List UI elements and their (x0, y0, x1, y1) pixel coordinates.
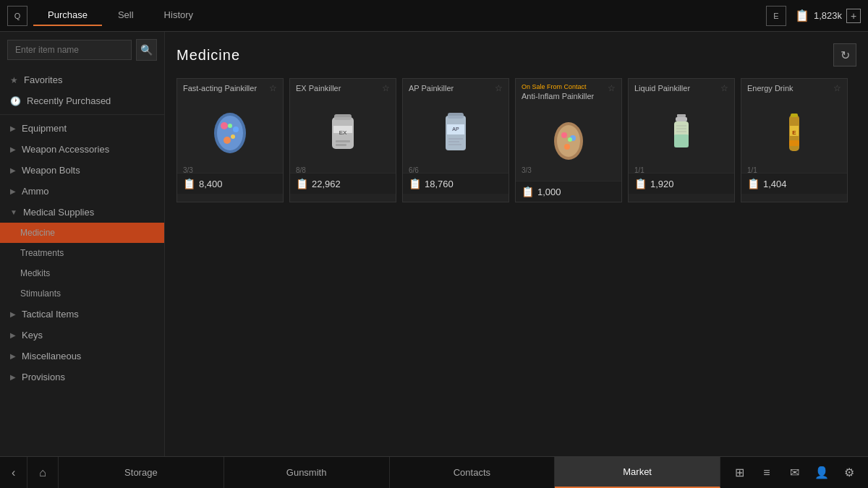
sidebar-item-weapon-bolts[interactable]: ▶ Weapon Bolts (0, 160, 164, 181)
star-icon: ★ (10, 75, 18, 85)
sidebar-item-stimulants[interactable]: Stimulants (0, 283, 164, 304)
item-stock-3: 3/3 (522, 166, 532, 174)
sidebar-item-provisions[interactable]: ▶ Provisions (0, 367, 164, 388)
tab-history[interactable]: History (150, 5, 208, 26)
svg-rect-37 (789, 140, 799, 146)
item-image-4 (629, 93, 734, 173)
item-card-header-4: Liquid Painkiller ☆ (629, 79, 734, 93)
item-price-3: 📋 1,000 (516, 181, 621, 202)
arrow-icon-misc: ▶ (10, 352, 16, 360)
sidebar-item-weapon-accessories[interactable]: ▶ Weapon Accessories (0, 139, 164, 160)
top-bar: Q Purchase Sell History E 📋 1,823k + (0, 0, 868, 32)
sidebar-item-equipment[interactable]: ▶ Equipment (0, 118, 164, 139)
svg-point-6 (228, 124, 232, 128)
arrow-icon-weapon-bolts: ▶ (10, 166, 16, 174)
item-card-energy-drink[interactable]: Energy Drink ☆ E 1/1 📋 1,404 (741, 78, 848, 202)
svg-rect-27 (676, 117, 687, 121)
settings-icon: ⚙ (844, 466, 854, 479)
sidebar-item-keys[interactable]: ▶ Keys (0, 325, 164, 346)
sidebar-item-favorites[interactable]: ★ Favorites (0, 69, 164, 90)
item-card-fast-acting-painkiller[interactable]: Fast-acting Painkiller ☆ 3/3 (176, 78, 284, 202)
price-value-0: 8,400 (199, 179, 223, 189)
sidebar-label-medkits: Medkits (20, 268, 50, 278)
item-star-4[interactable]: ☆ (720, 83, 728, 93)
item-stock-5: 1/1 (747, 166, 757, 174)
svg-point-25 (568, 137, 572, 142)
arrow-icon-provisions: ▶ (10, 373, 16, 381)
item-star-5[interactable]: ☆ (833, 83, 841, 93)
svg-rect-34 (791, 114, 798, 117)
sidebar-label-keys: Keys (22, 330, 43, 341)
grid-view-button[interactable]: ⊞ (726, 460, 752, 486)
tab-gunsmith[interactable]: Gunsmith (224, 457, 390, 488)
list-view-button[interactable]: ≡ (754, 460, 780, 486)
item-card-liquid-painkiller[interactable]: Liquid Painkiller ☆ 1/1 (628, 78, 735, 202)
person-icon: 👤 (814, 466, 829, 479)
search-input[interactable] (7, 40, 132, 60)
settings-button[interactable]: ⚙ (836, 460, 862, 486)
sidebar-item-ammo[interactable]: ▶ Ammo (0, 181, 164, 202)
item-card-header-1: EX Painkiller ☆ (290, 79, 396, 93)
sidebar-item-tactical-items[interactable]: ▶ Tactical Items (0, 304, 164, 325)
svg-rect-8 (334, 114, 352, 120)
item-card-anti-inflam[interactable]: On Sale From Contact Anti-Inflam Painkil… (515, 78, 622, 202)
tab-storage[interactable]: Storage (59, 457, 224, 488)
item-name-0: Fast-acting Painkiller (183, 83, 269, 93)
add-currency-button[interactable]: + (846, 9, 861, 23)
back-button[interactable]: ‹ (0, 457, 27, 488)
sidebar-label-recently-purchased: Recently Purchased (27, 95, 111, 106)
tab-purchase[interactable]: Purchase (33, 5, 102, 26)
item-price-5: 📋 1,404 (741, 173, 847, 194)
item-star-1[interactable]: ☆ (382, 83, 390, 93)
list-icon: ≡ (763, 466, 770, 479)
item-stock-0: 3/3 (183, 166, 193, 174)
item-stock-2: 6/6 (409, 166, 419, 174)
item-star-3[interactable]: ☆ (608, 83, 616, 93)
item-star-0[interactable]: ☆ (269, 83, 277, 93)
search-bar: 🔍 (7, 39, 157, 61)
price-value-2: 18,760 (425, 179, 454, 189)
search-button[interactable]: 🔍 (136, 39, 157, 61)
sidebar-item-medkits[interactable]: Medkits (0, 263, 164, 283)
svg-point-5 (231, 134, 235, 139)
bottom-bar: ‹ ⌂ Storage Gunsmith Contacts Market ⊞ ≡… (0, 456, 868, 488)
tab-contacts[interactable]: Contacts (390, 457, 556, 488)
item-name-5: Energy Drink (747, 83, 833, 93)
svg-text:E: E (792, 129, 796, 136)
svg-rect-14 (448, 113, 464, 119)
sidebar: 🔍 ★ Favorites 🕐 Recently Purchased ▶ Equ… (0, 32, 165, 456)
currency-display: 📋 1,823k + (795, 9, 861, 23)
svg-point-24 (564, 144, 570, 150)
refresh-button[interactable]: ↻ (833, 43, 856, 67)
sidebar-item-treatments[interactable]: Treatments (0, 243, 164, 263)
mail-button[interactable]: ✉ (781, 460, 807, 486)
item-name-4: Liquid Painkiller (634, 83, 720, 93)
sidebar-item-medicine[interactable]: Medicine (0, 223, 164, 243)
sidebar-label-stimulants: Stimulants (20, 288, 61, 299)
item-star-2[interactable]: ☆ (495, 83, 503, 93)
item-card-header-2: AP Painkiller ☆ (403, 79, 509, 93)
back-icon: ‹ (12, 466, 15, 479)
item-card-ap-painkiller[interactable]: AP Painkiller ☆ AP 6/6 � (402, 78, 509, 202)
sidebar-divider-1 (0, 114, 164, 115)
tab-market[interactable]: Market (555, 457, 720, 488)
profile-button[interactable]: 👤 (809, 460, 835, 486)
arrow-icon-weapon-accessories: ▶ (10, 145, 16, 153)
item-price-1: 📋 22,962 (290, 173, 396, 194)
sidebar-label-miscellaneous: Miscellaneous (22, 351, 81, 361)
svg-point-1 (217, 116, 243, 150)
item-card-ex-painkiller[interactable]: EX Painkiller ☆ EX 8/8 📋 2 (289, 78, 396, 202)
tab-sell[interactable]: Sell (103, 5, 148, 26)
sidebar-item-recently-purchased[interactable]: 🕐 Recently Purchased (0, 90, 164, 111)
price-icon-2: 📋 (409, 178, 421, 189)
refresh-icon: ↻ (841, 48, 850, 62)
svg-rect-11 (336, 140, 350, 142)
item-name-1: EX Painkiller (296, 83, 382, 93)
home-button[interactable]: ⌂ (27, 457, 59, 488)
sidebar-item-medical-supplies[interactable]: ▼ Medical Supplies (0, 202, 164, 223)
sidebar-item-miscellaneous[interactable]: ▶ Miscellaneous (0, 346, 164, 367)
item-stock-4: 1/1 (634, 166, 644, 174)
content-header: Medicine ↻ (176, 43, 856, 67)
sidebar-label-tactical-items: Tactical Items (22, 309, 79, 320)
arrow-icon-medical-supplies: ▼ (10, 208, 17, 216)
